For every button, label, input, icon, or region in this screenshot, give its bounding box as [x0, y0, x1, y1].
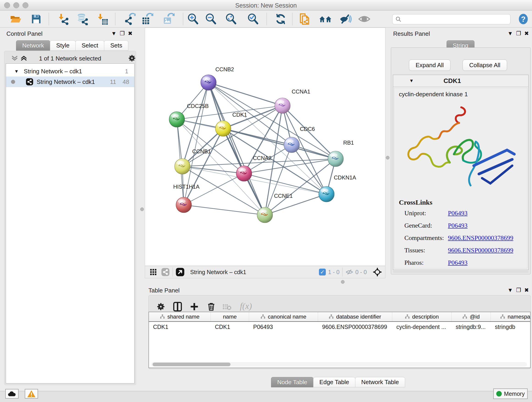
network-edge[interactable] [209, 83, 283, 106]
network-edge[interactable] [209, 83, 336, 159]
table-cell[interactable]: cyclin-dependent ... [392, 324, 452, 330]
crosslink-link[interactable]: 9606.ENSP00000378699 [448, 247, 513, 254]
table-cell[interactable]: P06493 [249, 324, 318, 330]
network-node-hist1h1a[interactable]: HIST1H1A [173, 184, 200, 213]
column-header--id[interactable]: @id [452, 312, 491, 321]
cloud-status-button[interactable] [5, 389, 19, 399]
birds-eye-view-icon[interactable] [176, 268, 185, 277]
network-share-view-icon[interactable] [161, 268, 170, 276]
first-neighbors-icon[interactable] [319, 12, 332, 26]
hide-selected-icon[interactable] [339, 12, 352, 26]
crosslink-row: GeneCard:P06493 [404, 222, 524, 229]
network-node-ccna1[interactable]: CCNA1 [275, 89, 310, 114]
crosslink-link[interactable]: P06493 [448, 259, 468, 266]
clone-network-icon[interactable] [298, 12, 311, 26]
export-image-icon[interactable] [162, 12, 175, 26]
zoom-fit-icon[interactable] [224, 12, 238, 26]
crosslink-link[interactable]: P06493 [448, 210, 468, 217]
network-edge[interactable] [184, 205, 265, 215]
node-label: CCNE1 [274, 193, 293, 199]
node-label: CDC6 [300, 126, 315, 132]
network-node-rb1[interactable]: RB1 [328, 140, 354, 167]
crosslink-link[interactable]: 9606.ENSP00000378699 [448, 234, 513, 242]
network-edge[interactable] [223, 128, 336, 159]
column-header-description[interactable]: description [392, 312, 452, 321]
import-network-database-icon[interactable] [76, 12, 89, 26]
table-cell[interactable]: stringdb [491, 324, 531, 330]
import-table-file-icon[interactable] [96, 12, 109, 26]
import-network-file-icon[interactable] [57, 12, 70, 26]
node-result-header[interactable]: ▼ CDK1 [393, 75, 528, 87]
table-cell[interactable]: CDK1 [211, 324, 249, 330]
memory-status-button[interactable]: Memory [493, 389, 528, 399]
search-input[interactable] [402, 16, 502, 22]
collection-expander-icon[interactable]: ▼ [14, 69, 19, 74]
float-panel-icon[interactable]: ▼ [111, 30, 120, 36]
delete-column-icon[interactable] [206, 301, 216, 312]
network-canvas[interactable]: CCNB2CCNA1CDC25BCDK1CDC6RB1CCNB1CCNA2CDK… [145, 27, 385, 266]
column-header-database-identifier[interactable]: database identifier [318, 312, 392, 321]
tab-edge-table[interactable]: Edge Table [313, 377, 355, 387]
tab-network[interactable]: Network [16, 40, 50, 51]
network-collection-row[interactable]: ▼ String Network – cdk1 1 [6, 66, 134, 77]
column-header-shared-name[interactable]: shared name [149, 312, 211, 321]
undock-panel-icon[interactable]: ❐ [120, 30, 128, 36]
table-cell[interactable]: 9606.ENSP00000378699 [318, 324, 392, 330]
crosslink-link[interactable]: P06493 [448, 222, 468, 229]
column-header-name[interactable]: name [211, 312, 249, 321]
network-options-gear-icon[interactable] [128, 54, 136, 63]
open-session-icon[interactable] [9, 12, 22, 26]
zoom-in-icon[interactable] [186, 12, 200, 26]
column-header-canonical-name[interactable]: canonical name [249, 312, 318, 321]
float-panel-icon[interactable]: ▼ [507, 287, 516, 293]
table-cell[interactable]: stringdb:9... [452, 324, 491, 330]
tab-select[interactable]: Select [75, 40, 104, 51]
network-node-cdkn1a[interactable]: CDKN1A [319, 174, 356, 202]
undock-panel-icon[interactable]: ❐ [516, 287, 525, 293]
selected-indicator-icon[interactable]: ✓ [319, 269, 326, 275]
results-scrollbar[interactable] [393, 271, 529, 273]
save-session-icon[interactable] [30, 12, 43, 26]
horizontal-splitter-handle[interactable] [341, 280, 345, 284]
pan-crosshair-icon[interactable] [373, 268, 382, 277]
table-options-gear-icon[interactable] [156, 302, 166, 312]
node-label: CCNB2 [215, 66, 234, 72]
network-node-ccna2[interactable]: CCNA2 [236, 155, 272, 181]
network-node-cdc25b[interactable]: CDC25B [169, 103, 209, 127]
table-row[interactable]: CDK1CDK1P064939606.ENSP00000378699cyclin… [149, 322, 530, 332]
close-panel-icon[interactable]: ✖ [524, 30, 532, 36]
export-network-icon[interactable] [123, 12, 136, 26]
network-panel: 1 of 1 Network selected ▼ String Network… [4, 51, 136, 385]
show-all-icon[interactable] [358, 12, 371, 26]
entry-expander-icon[interactable]: ▼ [409, 78, 414, 83]
column-header-namespace[interactable]: namespace [491, 312, 531, 321]
add-column-icon[interactable] [190, 302, 199, 312]
close-panel-icon[interactable]: ✖ [524, 287, 532, 293]
refresh-view-icon[interactable] [274, 12, 287, 26]
right-splitter-handle[interactable] [386, 156, 389, 160]
network-edge[interactable] [209, 83, 265, 215]
tab-network-table[interactable]: Network Table [355, 377, 405, 387]
expand-all-button[interactable]: Expand All [409, 60, 450, 71]
collapse-all-button[interactable]: Collapse All [462, 60, 507, 71]
network-row[interactable]: String Network – cdk1 11 48 [6, 77, 134, 87]
close-panel-icon[interactable]: ✖ [128, 30, 136, 36]
warnings-status-button[interactable] [25, 389, 38, 399]
grid-view-icon[interactable] [149, 268, 157, 276]
tab-style[interactable]: Style [50, 40, 76, 51]
table-cell[interactable]: CDK1 [149, 324, 211, 330]
tab-sets[interactable]: Sets [104, 40, 128, 51]
show-columns-icon[interactable] [172, 301, 183, 312]
float-panel-icon[interactable]: ▼ [507, 30, 516, 36]
undock-panel-icon[interactable]: ❐ [516, 30, 525, 36]
cloud-icon [7, 390, 17, 397]
left-splitter-handle[interactable] [140, 207, 144, 211]
network-node-ccnb2[interactable]: CCNB2 [201, 66, 234, 90]
zoom-selected-icon[interactable] [246, 12, 260, 26]
zoom-out-icon[interactable] [204, 12, 217, 26]
table-horizontal-scrollbar[interactable] [151, 362, 527, 367]
help-icon[interactable]: ? [517, 12, 530, 26]
tab-node-table[interactable]: Node Table [271, 377, 313, 387]
export-table-icon[interactable] [140, 12, 154, 26]
network-edge[interactable] [209, 83, 326, 194]
